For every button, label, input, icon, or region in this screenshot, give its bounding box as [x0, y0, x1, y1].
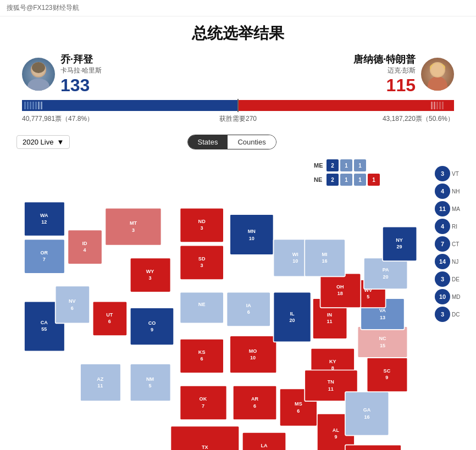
sidebar-state-de: 3 DE	[435, 271, 468, 287]
svg-text:6: 6	[247, 309, 250, 315]
ec-row-me: ME 2 1 1	[314, 159, 380, 171]
biden-vp: 卡马拉·哈里斯	[60, 66, 102, 75]
svg-text:OK: OK	[200, 396, 207, 402]
biden-popular: 40,777,981票（47.8%）	[22, 114, 93, 124]
svg-rect-115	[305, 239, 345, 276]
svg-text:29: 29	[397, 244, 402, 249]
svg-text:4: 4	[83, 247, 86, 253]
svg-rect-94	[345, 392, 389, 435]
trump-name: 唐纳德·特朗普	[353, 53, 416, 66]
svg-text:MN: MN	[248, 229, 256, 234]
sidebar-state-nj: 14 NJ	[435, 254, 468, 269]
sidebar-state-vt: 3 VT	[435, 166, 468, 181]
svg-text:7: 7	[202, 403, 204, 409]
svg-text:3: 3	[149, 275, 152, 281]
svg-text:OR: OR	[41, 250, 48, 255]
svg-text:CA: CA	[41, 320, 48, 325]
svg-text:15: 15	[380, 343, 385, 348]
svg-text:IL: IL	[290, 311, 295, 316]
ec-ne-box4: 1	[368, 174, 380, 186]
ec-me-label: ME	[314, 162, 325, 169]
candidate-trump: 唐纳德·特朗普 迈克·彭斯 115	[353, 53, 454, 96]
svg-text:MT: MT	[130, 220, 137, 226]
ec-row-ne: NE 2 1 1 1	[314, 174, 380, 186]
ec-ne-box2: 1	[340, 174, 352, 186]
sidebar-state-nh: 4 NH	[435, 184, 468, 199]
source-label: 搜狐号@FX123财经导航	[7, 3, 79, 13]
svg-text:CO: CO	[148, 320, 156, 326]
svg-point-7	[431, 63, 444, 76]
sidebar-state-md: 10 MD	[435, 289, 468, 304]
svg-text:20: 20	[383, 274, 389, 280]
svg-text:9: 9	[334, 434, 337, 440]
tab-states[interactable]: States	[188, 135, 228, 149]
ec-ne-box3: 1	[354, 174, 366, 186]
tab-group: States Counties	[187, 135, 276, 149]
svg-text:6: 6	[201, 356, 203, 362]
svg-rect-79	[274, 292, 311, 342]
biden-votes: 133	[60, 75, 102, 96]
ec-me-box3: 1	[354, 159, 366, 171]
svg-text:3: 3	[132, 227, 135, 233]
candidates-row: 乔·拜登 卡马拉·哈里斯 133 唐纳德·特朗普 迈克·彭斯 115	[0, 48, 476, 98]
svg-rect-35	[130, 308, 174, 345]
svg-text:NY: NY	[396, 237, 403, 243]
svg-rect-29	[80, 364, 121, 401]
svg-text:3: 3	[201, 263, 203, 268]
svg-text:TN: TN	[328, 379, 334, 385]
sidebar-state-ma: 11 MA	[435, 201, 468, 216]
svg-text:16: 16	[322, 258, 327, 264]
svg-text:LA: LA	[261, 443, 268, 448]
svg-text:WI: WI	[292, 252, 298, 257]
svg-text:6: 6	[297, 408, 300, 414]
svg-text:55: 55	[41, 326, 47, 332]
svg-point-1	[27, 79, 49, 91]
svg-text:AL: AL	[333, 427, 340, 433]
svg-text:16: 16	[364, 414, 370, 420]
svg-text:MS: MS	[295, 401, 302, 407]
svg-text:UT: UT	[106, 312, 113, 318]
svg-text:ID: ID	[82, 241, 87, 246]
svg-text:KS: KS	[198, 349, 206, 355]
ec-me-box2: 1	[340, 159, 352, 171]
vote-totals-row: 40,777,981票（47.8%） 获胜需要270 43,187,220票（5…	[0, 113, 476, 125]
svg-text:WY: WY	[146, 269, 154, 274]
svg-text:10: 10	[249, 236, 254, 241]
svg-text:6: 6	[108, 319, 111, 324]
win-needed: 获胜需要270	[219, 114, 257, 124]
map-section: ME 2 1 1 NE 2 1 1 1 WA 12 OR	[0, 155, 476, 450]
svg-text:13: 13	[380, 315, 385, 320]
svg-text:OH: OH	[336, 284, 344, 290]
svg-text:11: 11	[328, 386, 334, 392]
ec-ne-label: NE	[314, 176, 325, 183]
svg-text:5: 5	[367, 294, 369, 299]
page-title: 总统选举结果	[0, 16, 476, 48]
svg-rect-38	[130, 364, 171, 401]
svg-text:10: 10	[292, 258, 298, 264]
avatar-trump	[421, 58, 454, 91]
svg-text:9: 9	[151, 327, 153, 332]
candidate-biden: 乔·拜登 卡马拉·哈里斯 133	[22, 53, 102, 96]
dropdown-button[interactable]: 2020 Live ▼	[16, 135, 70, 149]
dropdown-label: 2020 Live	[23, 138, 53, 146]
tab-counties[interactable]: Counties	[228, 135, 275, 149]
svg-text:PA: PA	[383, 267, 389, 273]
svg-rect-20	[105, 208, 161, 246]
sidebar-states: 3 VT 4 NH 11 MA 4 RI 7 CT 14 NJ 3 DE 10	[432, 166, 471, 450]
chevron-down-icon: ▼	[57, 138, 64, 146]
svg-text:18: 18	[337, 291, 343, 296]
svg-point-4	[428, 76, 447, 91]
svg-rect-23	[56, 286, 90, 323]
ec-me-box1: 2	[326, 159, 339, 171]
sidebar-state-dc: 3 DC	[435, 307, 468, 322]
svg-text:NM: NM	[146, 376, 154, 382]
controls-row: 2020 Live ▼ States Counties	[0, 129, 476, 155]
svg-rect-64	[230, 336, 276, 373]
trump-vp: 迈克·彭斯	[388, 66, 416, 75]
trump-popular: 43,187,220票（50.6%）	[383, 114, 454, 124]
svg-text:6: 6	[71, 305, 74, 311]
svg-text:TX: TX	[202, 445, 208, 450]
svg-text:11: 11	[97, 383, 103, 388]
ec-ne-box1: 2	[326, 174, 339, 186]
progress-bar-section	[22, 100, 454, 111]
